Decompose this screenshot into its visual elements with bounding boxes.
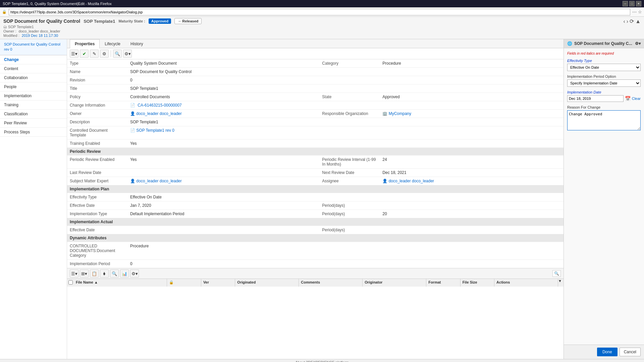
properties-scroll: Type Quality System Document Category Pr… <box>67 59 564 359</box>
label-ctrl-doc: Controlled Document Template <box>67 126 127 139</box>
zoom-button[interactable]: 🔍 <box>552 270 561 277</box>
ctrl-doc-link[interactable]: SOP Template1 rev 0 <box>136 128 174 133</box>
sidebar-item-classification[interactable]: Classification <box>0 110 67 119</box>
value-periodic-interval: 24 <box>380 156 564 169</box>
label-state: State <box>319 93 380 101</box>
menu-dots-icon[interactable]: ⋯ <box>632 9 637 14</box>
tab-bar: Properties Lifecycle History <box>67 39 564 48</box>
tab-lifecycle[interactable]: Lifecycle <box>100 39 125 48</box>
label-assignee: Assignee <box>319 177 380 185</box>
label-impl-type: Implementation Type <box>67 210 127 218</box>
bottom-grid-btn[interactable]: ⊞▾ <box>80 269 89 278</box>
bottom-menu-btn[interactable]: ☰▾ <box>70 269 78 278</box>
released-badge[interactable]: Released <box>174 18 201 24</box>
refresh-icon[interactable]: ⟳ <box>630 18 634 24</box>
label-description: Description <box>67 118 127 126</box>
resp-org-link[interactable]: MyCompany <box>389 111 411 116</box>
reason-textarea[interactable]: Change Approved <box>567 110 641 130</box>
modified-date: 2019 Dec 18 11:17:30 <box>22 34 58 38</box>
owner-link[interactable]: doco_leader doco_leader <box>136 111 181 116</box>
owner-value: doco_leader doco_leader <box>19 29 60 33</box>
label-category: Category <box>319 59 380 68</box>
edit-button[interactable]: ✎ <box>90 50 99 58</box>
lock-icon: 🔒 <box>2 10 7 14</box>
effectivity-type-select[interactable]: Effective On Date <box>567 64 641 71</box>
menu-button[interactable]: ☰▾ <box>70 50 78 58</box>
modified-label: Modified : <box>3 34 19 38</box>
minimize-button[interactable]: ─ <box>623 1 628 6</box>
close-button[interactable]: ✕ <box>636 1 641 6</box>
done-button[interactable]: Done <box>597 348 618 356</box>
label-revision: Revision <box>67 76 127 84</box>
app-header: SOP Document for Quality Control SOP Tem… <box>0 17 644 39</box>
change-info-link[interactable]: CA-61463215-00000007 <box>138 103 181 108</box>
panel-settings-icon[interactable]: ⚙▾ <box>635 41 641 46</box>
sidebar-item-collaboration[interactable]: Collaboration <box>0 73 67 82</box>
window-controls[interactable]: ─ □ ✕ <box>623 1 641 6</box>
sme-link[interactable]: doco_leader doco_leader <box>136 179 181 183</box>
properties-table: Type Quality System Document Category Pr… <box>67 59 564 268</box>
tab-properties[interactable]: Properties <box>70 39 100 48</box>
approved-badge[interactable]: Approved <box>149 18 171 24</box>
check-button[interactable]: ✔ <box>80 50 89 58</box>
label-policy: Policy <box>67 93 127 101</box>
sidebar-item-training[interactable]: Training <box>0 101 67 110</box>
value-revision: 0 <box>127 76 564 84</box>
settings-button[interactable]: ⚙ <box>100 50 109 58</box>
tab-history[interactable]: History <box>125 39 148 48</box>
sidebar-item-people[interactable]: People <box>0 82 67 92</box>
col-ver: Ver <box>201 279 235 287</box>
sidebar-doc-link[interactable]: SOP Document for Quality Control rev 0 <box>0 39 67 55</box>
file-check-all[interactable] <box>68 280 73 285</box>
value-last-review <box>127 169 319 177</box>
bottom-action-btn[interactable]: ⚙▾ <box>130 269 139 278</box>
value-title: SOP Template1 <box>127 84 564 93</box>
impl-date-group: Implementation Date 📅 Clear <box>567 90 641 102</box>
bottom-chart-btn[interactable]: 📊 <box>120 269 129 278</box>
search-button[interactable]: 🔍 <box>113 50 122 58</box>
col-filesize: File Size <box>461 279 494 287</box>
assignee-icon: 👤 <box>382 179 387 183</box>
panel-title: SOP Document for Quality C... <box>574 41 632 46</box>
nav-icons[interactable]: ‹ › ⟳ ▲ <box>624 18 641 24</box>
sidebar-item-implementation[interactable]: Implementation <box>0 92 67 101</box>
value-state: Approved <box>380 93 564 101</box>
section-periodic-review: Periodic Review <box>67 148 564 156</box>
impl-period-select[interactable]: Specify Implementation Date <box>567 79 641 87</box>
bottom-filter-btn[interactable]: ⧳ <box>100 269 109 278</box>
value-periodic-enabled: Yes <box>127 156 319 169</box>
sidebar-item-peer-review[interactable]: Peer Review <box>0 119 67 128</box>
action-button[interactable]: ⚙▾ <box>123 50 132 58</box>
cancel-button[interactable]: Cancel <box>620 348 641 356</box>
effectivity-type-group: Effectivity Type Effective On Date <box>567 59 641 71</box>
main-layout: SOP Document for Quality Control rev 0 C… <box>0 39 644 359</box>
sidebar-item-process-steps[interactable]: Process Steps <box>0 128 67 137</box>
impl-date-input[interactable] <box>567 95 624 102</box>
forward-icon[interactable]: › <box>627 18 628 24</box>
table-row: Effectivity Type Effective On Date <box>67 193 564 201</box>
clear-button[interactable]: Clear <box>632 97 641 101</box>
label-next-review: Next Review Date <box>319 169 380 177</box>
home-icon[interactable]: ▲ <box>635 18 641 24</box>
back-icon[interactable]: ‹ <box>624 18 625 24</box>
assignee-link[interactable]: doco_leader doco_leader <box>389 179 434 183</box>
browser-icons[interactable]: ⋯ ☆ <box>632 9 642 14</box>
sidebar-item-change[interactable]: Change <box>0 55 67 64</box>
calendar-icon[interactable]: 📅 <box>625 96 631 101</box>
sidebar-item-content[interactable]: Content <box>0 64 67 73</box>
label-training: Training Enabled <box>67 139 127 148</box>
col-filename[interactable]: File Name ▲ <box>74 279 167 287</box>
modified-row: Modified : 2019 Dec 18 11:17:30 <box>3 34 202 38</box>
org-icon: 🏢 <box>382 111 387 116</box>
table-row: Periodic Review Enabled Yes Periodic Rev… <box>67 156 564 169</box>
bottom-search-btn[interactable]: 🔍 <box>110 269 119 278</box>
bottom-table-btn[interactable]: 📋 <box>90 269 99 278</box>
section-dynamic: Dynamic Attributes <box>67 234 564 242</box>
label-actual-effective: Effective Date <box>67 226 127 234</box>
right-panel-body: Fields in red italics are required Effec… <box>564 48 644 345</box>
maximize-button[interactable]: □ <box>629 1 635 6</box>
bookmark-icon[interactable]: ☆ <box>638 9 642 14</box>
table-row: Training Enabled Yes <box>67 139 564 148</box>
url-input[interactable] <box>9 9 630 15</box>
status-text: About 3DEXPERIENCE platform <box>295 360 349 362</box>
